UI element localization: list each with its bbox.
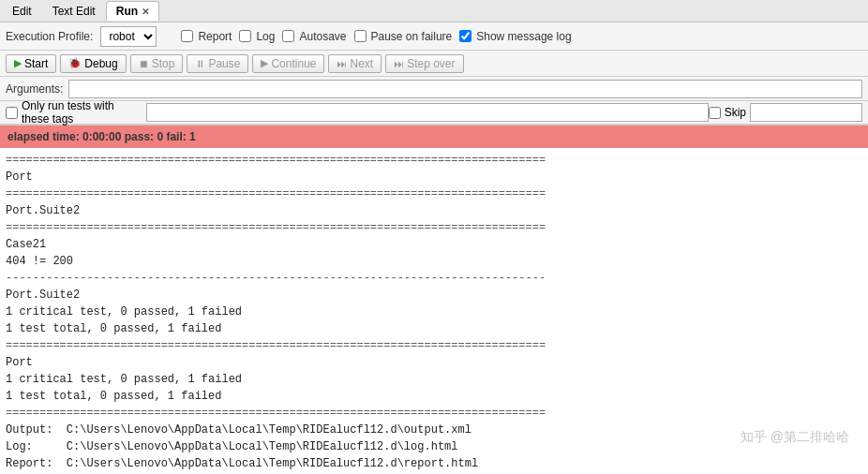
execution-profile-label: Execution Profile: [6,30,93,43]
run-toolbar: ▶ Start 🐞 Debug ⏹ Stop ⏸ Pause ▶ Continu… [0,51,868,77]
stop-label: Stop [152,57,175,70]
output-line: ----------------------------------------… [6,270,862,287]
tab-run-label: Run [116,5,138,18]
report-label: Report [198,30,232,43]
arguments-label: Arguments: [6,82,63,96]
skip-checkbox[interactable] [709,107,721,119]
stop-icon: ⏹ [139,58,149,69]
arguments-row: Arguments: [0,77,868,101]
skip-label: Skip [725,106,746,119]
execution-toolbar: Execution Profile: robot pybot jybot Rep… [0,22,868,51]
continue-label: Continue [271,57,316,70]
status-text: elapsed time: 0:00:00 pass: 0 fail: 1 [7,130,196,143]
step-over-button[interactable]: ⏭ Step over [385,54,463,73]
output-line: Port.Suite2 [6,287,862,304]
watermark: 知乎 @第二排哈哈 [741,429,849,446]
output-line: Log: C:\Users\Lenovo\AppData\Local\Temp\… [6,438,862,455]
start-label: Start [24,57,48,70]
skip-input[interactable] [750,103,862,122]
tab-edit[interactable]: Edit [2,1,42,21]
pause-icon: ⏸ [195,58,205,69]
show-message-log-label: Show message log [476,30,571,43]
tab-run[interactable]: Run ✕ [106,1,159,21]
tab-text-edit-label: Text Edit [52,5,96,18]
arguments-input[interactable] [68,80,862,98]
output-line: ========================================… [6,152,862,169]
autosave-item: Autosave [282,30,346,43]
autosave-label: Autosave [299,30,346,43]
output-line: 1 test total, 0 passed, 1 failed [6,388,862,405]
continue-button[interactable]: ▶ Continue [252,54,324,73]
tags-label: Only run tests with these tags [22,99,142,126]
step-over-label: Step over [407,57,455,70]
tab-text-edit[interactable]: Text Edit [42,1,106,21]
start-icon: ▶ [14,57,22,69]
output-line: Case21 [6,236,862,253]
next-label: Next [350,57,373,70]
pause-on-failure-item: Pause on failure [354,30,453,43]
output-line: ========================================… [6,185,862,202]
tab-edit-label: Edit [12,5,32,18]
debug-label: Debug [84,57,117,70]
debug-button[interactable]: 🐞 Debug [60,54,126,73]
log-item: Log [239,30,275,43]
next-button[interactable]: ⏭ Next [328,54,382,73]
stop-button[interactable]: ⏹ Stop [130,54,184,73]
output-line: 404 != 200 [6,253,862,270]
show-message-log-item: Show message log [459,30,571,43]
output-line: Output: C:\Users\Lenovo\AppData\Local\Te… [6,422,862,438]
output-line: ========================================… [6,405,862,422]
execution-profile-select[interactable]: robot pybot jybot [100,26,157,47]
log-label: Log [256,30,275,43]
tags-checkbox[interactable] [6,107,18,119]
log-checkbox[interactable] [239,30,251,42]
report-item: Report [181,30,232,43]
pause-on-failure-checkbox[interactable] [354,30,367,42]
continue-icon: ▶ [261,57,268,69]
tab-bar: Edit Text Edit Run ✕ [0,0,868,22]
autosave-checkbox[interactable] [282,30,294,42]
debug-icon: 🐞 [68,57,82,69]
output-line: Port [6,354,862,371]
tags-row: Only run tests with these tags Skip [0,101,868,126]
output-line: Port.Suite2 [6,202,862,219]
pause-on-failure-label: Pause on failure [371,30,453,43]
output-area: ========================================… [0,148,868,474]
tags-input[interactable] [146,103,709,122]
pause-button[interactable]: ⏸ Pause [187,54,248,73]
output-line: ========================================… [6,337,862,354]
report-checkbox[interactable] [181,30,193,42]
show-message-log-checkbox[interactable] [459,30,471,42]
pause-label: Pause [208,57,240,70]
output-line: 1 test total, 0 passed, 1 failed [6,320,862,337]
step-over-icon: ⏭ [394,58,404,69]
tags-right: Skip [709,103,862,122]
output-line: 1 critical test, 0 passed, 1 failed [6,371,862,388]
tab-run-close-icon[interactable]: ✕ [142,7,149,17]
status-bar: elapsed time: 0:00:00 pass: 0 fail: 1 [0,126,868,148]
output-line: Report: C:\Users\Lenovo\AppData\Local\Te… [6,455,862,472]
output-line: 1 critical test, 0 passed, 1 failed [6,304,862,320]
tags-left: Only run tests with these tags [6,99,709,126]
output-line: ========================================… [6,219,862,236]
start-button[interactable]: ▶ Start [6,54,56,73]
next-icon: ⏭ [337,58,347,69]
output-line: Port [6,169,862,185]
